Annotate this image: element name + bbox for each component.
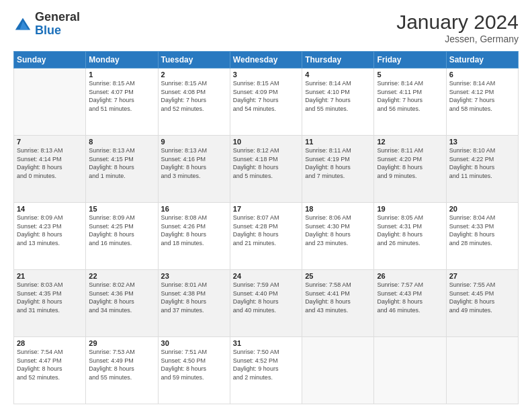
day-number: 14 [17, 205, 83, 213]
day-number: 24 [233, 272, 299, 280]
day-number: 9 [161, 138, 227, 146]
table-row [446, 337, 518, 404]
table-row: 26Sunrise: 7:57 AM Sunset: 4:43 PM Dayli… [374, 270, 446, 337]
day-info: Sunrise: 8:09 AM Sunset: 4:23 PM Dayligh… [17, 214, 83, 247]
day-number: 12 [377, 138, 443, 146]
day-number: 22 [89, 272, 154, 280]
day-number: 7 [17, 138, 83, 146]
day-info: Sunrise: 8:14 AM Sunset: 4:10 PM Dayligh… [305, 79, 371, 113]
table-row [14, 68, 86, 136]
day-number: 16 [161, 205, 227, 213]
day-info: Sunrise: 8:10 AM Sunset: 4:22 PM Dayligh… [449, 146, 515, 180]
calendar-week-row: 21Sunrise: 8:03 AM Sunset: 4:35 PM Dayli… [14, 270, 519, 337]
day-info: Sunrise: 7:54 AM Sunset: 4:47 PM Dayligh… [17, 348, 83, 381]
table-row: 4Sunrise: 8:14 AM Sunset: 4:10 PM Daylig… [302, 68, 374, 136]
day-info: Sunrise: 8:02 AM Sunset: 4:36 PM Dayligh… [89, 281, 154, 314]
table-row: 12Sunrise: 8:11 AM Sunset: 4:20 PM Dayli… [374, 136, 446, 203]
table-row: 7Sunrise: 8:13 AM Sunset: 4:14 PM Daylig… [14, 136, 86, 203]
table-row: 18Sunrise: 8:06 AM Sunset: 4:30 PM Dayli… [302, 203, 374, 270]
day-number: 4 [305, 71, 371, 79]
table-row: 1Sunrise: 8:15 AM Sunset: 4:07 PM Daylig… [86, 68, 158, 136]
day-info: Sunrise: 8:11 AM Sunset: 4:19 PM Dayligh… [305, 146, 371, 180]
header: General Blue January 2024 Jessen, German… [13, 11, 519, 44]
day-number: 30 [161, 339, 227, 347]
table-row: 22Sunrise: 8:02 AM Sunset: 4:36 PM Dayli… [86, 270, 158, 337]
day-number: 21 [17, 272, 83, 280]
table-row: 25Sunrise: 7:58 AM Sunset: 4:41 PM Dayli… [302, 270, 374, 337]
table-row: 28Sunrise: 7:54 AM Sunset: 4:47 PM Dayli… [14, 337, 86, 404]
col-thursday: Thursday [302, 52, 374, 68]
day-info: Sunrise: 8:15 AM Sunset: 4:09 PM Dayligh… [233, 79, 299, 113]
table-row: 13Sunrise: 8:10 AM Sunset: 4:22 PM Dayli… [446, 136, 518, 203]
table-row: 2Sunrise: 8:15 AM Sunset: 4:08 PM Daylig… [158, 68, 230, 136]
day-number: 28 [17, 339, 83, 347]
day-number: 29 [89, 339, 154, 347]
table-row: 5Sunrise: 8:14 AM Sunset: 4:11 PM Daylig… [374, 68, 446, 136]
col-friday: Friday [374, 52, 446, 68]
day-number: 31 [233, 339, 299, 347]
day-info: Sunrise: 7:53 AM Sunset: 4:49 PM Dayligh… [89, 348, 154, 381]
day-info: Sunrise: 7:58 AM Sunset: 4:41 PM Dayligh… [305, 281, 371, 314]
col-monday: Monday [86, 52, 158, 68]
day-info: Sunrise: 8:06 AM Sunset: 4:30 PM Dayligh… [305, 214, 371, 247]
col-saturday: Saturday [446, 52, 518, 68]
day-number: 11 [305, 138, 371, 146]
day-number: 5 [377, 71, 443, 79]
calendar-week-row: 1Sunrise: 8:15 AM Sunset: 4:07 PM Daylig… [14, 68, 519, 136]
table-row: 6Sunrise: 8:14 AM Sunset: 4:12 PM Daylig… [446, 68, 518, 136]
table-row: 24Sunrise: 7:59 AM Sunset: 4:40 PM Dayli… [230, 270, 302, 337]
day-info: Sunrise: 8:01 AM Sunset: 4:38 PM Dayligh… [161, 281, 227, 314]
logo: General Blue [13, 11, 80, 38]
day-info: Sunrise: 7:59 AM Sunset: 4:40 PM Dayligh… [233, 281, 299, 314]
table-row: 27Sunrise: 7:55 AM Sunset: 4:45 PM Dayli… [446, 270, 518, 337]
page: General Blue January 2024 Jessen, German… [0, 0, 532, 411]
table-row: 20Sunrise: 8:04 AM Sunset: 4:33 PM Dayli… [446, 203, 518, 270]
day-number: 3 [233, 71, 299, 79]
table-row [374, 337, 446, 404]
day-number: 13 [449, 138, 515, 146]
day-info: Sunrise: 7:50 AM Sunset: 4:52 PM Dayligh… [233, 348, 299, 381]
logo-general: General [35, 11, 80, 24]
day-number: 18 [305, 205, 371, 213]
day-info: Sunrise: 8:15 AM Sunset: 4:08 PM Dayligh… [161, 79, 227, 113]
day-number: 6 [449, 71, 515, 79]
day-info: Sunrise: 8:07 AM Sunset: 4:28 PM Dayligh… [233, 214, 299, 247]
day-number: 10 [233, 138, 299, 146]
calendar-table: Sunday Monday Tuesday Wednesday Thursday… [13, 51, 519, 404]
table-row: 3Sunrise: 8:15 AM Sunset: 4:09 PM Daylig… [230, 68, 302, 136]
day-info: Sunrise: 8:11 AM Sunset: 4:20 PM Dayligh… [377, 146, 443, 180]
table-row: 10Sunrise: 8:12 AM Sunset: 4:18 PM Dayli… [230, 136, 302, 203]
day-info: Sunrise: 8:12 AM Sunset: 4:18 PM Dayligh… [233, 146, 299, 180]
table-row: 16Sunrise: 8:08 AM Sunset: 4:26 PM Dayli… [158, 203, 230, 270]
logo-icon [13, 16, 32, 35]
table-row: 21Sunrise: 8:03 AM Sunset: 4:35 PM Dayli… [14, 270, 86, 337]
day-info: Sunrise: 8:13 AM Sunset: 4:16 PM Dayligh… [161, 146, 227, 180]
day-info: Sunrise: 8:13 AM Sunset: 4:15 PM Dayligh… [89, 146, 154, 180]
day-number: 20 [449, 205, 515, 213]
day-info: Sunrise: 8:13 AM Sunset: 4:14 PM Dayligh… [17, 146, 83, 180]
logo-text: General Blue [35, 11, 80, 38]
logo-blue: Blue [35, 24, 80, 38]
table-row: 14Sunrise: 8:09 AM Sunset: 4:23 PM Dayli… [14, 203, 86, 270]
day-number: 19 [377, 205, 443, 213]
day-number: 1 [89, 71, 154, 79]
day-info: Sunrise: 7:51 AM Sunset: 4:50 PM Dayligh… [161, 348, 227, 381]
month-year-title: January 2024 [396, 11, 519, 34]
day-info: Sunrise: 7:55 AM Sunset: 4:45 PM Dayligh… [449, 281, 515, 314]
day-info: Sunrise: 8:14 AM Sunset: 4:11 PM Dayligh… [377, 79, 443, 113]
day-number: 8 [89, 138, 154, 146]
calendar-week-row: 7Sunrise: 8:13 AM Sunset: 4:14 PM Daylig… [14, 136, 519, 203]
table-row: 15Sunrise: 8:09 AM Sunset: 4:25 PM Dayli… [86, 203, 158, 270]
calendar-week-row: 14Sunrise: 8:09 AM Sunset: 4:23 PM Dayli… [14, 203, 519, 270]
day-info: Sunrise: 8:04 AM Sunset: 4:33 PM Dayligh… [449, 214, 515, 247]
table-row: 11Sunrise: 8:11 AM Sunset: 4:19 PM Dayli… [302, 136, 374, 203]
calendar-header-row: Sunday Monday Tuesday Wednesday Thursday… [14, 52, 519, 68]
location-subtitle: Jessen, Germany [396, 34, 519, 44]
table-row: 9Sunrise: 8:13 AM Sunset: 4:16 PM Daylig… [158, 136, 230, 203]
table-row: 30Sunrise: 7:51 AM Sunset: 4:50 PM Dayli… [158, 337, 230, 404]
table-row: 17Sunrise: 8:07 AM Sunset: 4:28 PM Dayli… [230, 203, 302, 270]
col-sunday: Sunday [14, 52, 86, 68]
table-row: 23Sunrise: 8:01 AM Sunset: 4:38 PM Dayli… [158, 270, 230, 337]
table-row: 31Sunrise: 7:50 AM Sunset: 4:52 PM Dayli… [230, 337, 302, 404]
day-number: 23 [161, 272, 227, 280]
